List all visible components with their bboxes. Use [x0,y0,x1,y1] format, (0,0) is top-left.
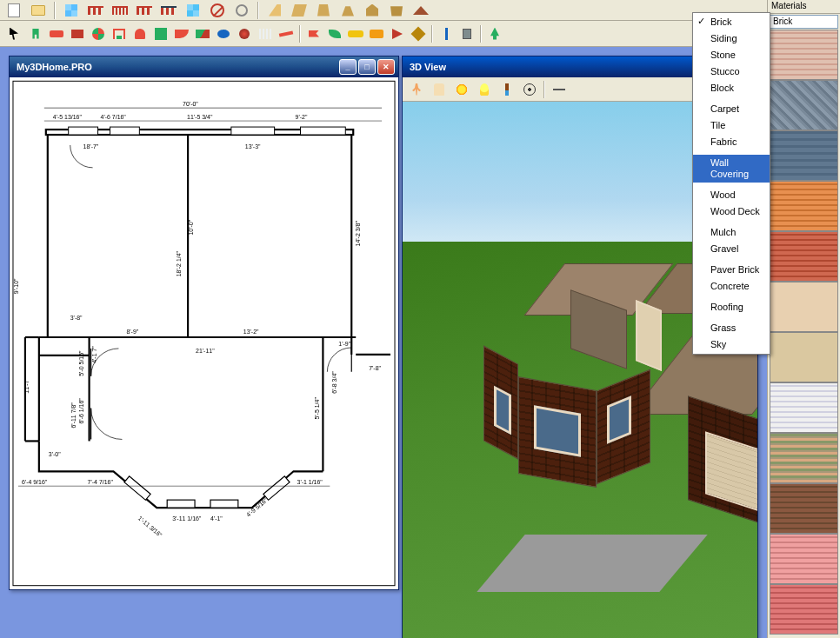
menu-item-label: Wood [710,189,736,200]
sun-tool-button[interactable] [451,80,472,99]
furniture-chair-1-button[interactable] [26,24,45,43]
roof-shape-6-button[interactable] [386,1,407,20]
hand-tool-button[interactable] [429,80,450,99]
furniture-umbrella-button[interactable] [89,24,108,43]
tractor-button[interactable] [367,24,386,43]
fence-tool-2-button[interactable] [110,1,130,20]
roof-shape-2-button[interactable] [289,1,310,20]
swatch-beige[interactable] [770,282,838,332]
menu-item-wall-covering[interactable]: Wall Covering [693,155,770,183]
menu-item-grass[interactable]: Grass [693,320,770,336]
svg-rect-26 [210,500,238,508]
roof-shape-1-button[interactable] [264,1,285,20]
menu-item-label: Wall Covering [710,157,749,179]
plan-2d-title: My3DHome.PRO [13,62,339,72]
menu-item-fabric[interactable]: Fabric [693,134,770,150]
swatch-tan[interactable] [770,332,838,382]
menu-item-stucco[interactable]: Stucco [693,63,770,80]
plan-2d-window: My3DHome.PRO _ □ ✕ 70'-0" 4'-5 13/16" 4'… [9,56,399,590]
furniture-seesaw-button[interactable] [277,24,296,43]
menu-item-stone[interactable]: Stone [693,47,770,63]
menu-item-block[interactable]: Block [693,80,770,96]
red-arrow-button[interactable] [388,24,407,43]
furniture-grill-button[interactable] [130,24,150,43]
fence-tool-4-button[interactable] [158,1,179,20]
blue-pole-button[interactable] [437,24,456,43]
new-file-button[interactable] [3,1,24,20]
furniture-pond-button[interactable] [214,24,233,43]
electric-box-button[interactable] [457,24,477,43]
floorplan-canvas[interactable]: 70'-0" 4'-5 13/16" 4'-6 7/16" 11'-5 3/4"… [10,77,398,589]
swatch-brick-dark[interactable] [770,483,838,534]
minimize-button[interactable]: _ [339,59,357,75]
svg-text:14'-2 3/8": 14'-2 3/8" [355,221,361,247]
cursor-tool-button[interactable] [3,24,24,43]
menu-item-gravel[interactable]: Gravel [693,241,770,257]
swatch-brick-red[interactable] [770,231,838,282]
swatch-brick-rose[interactable] [770,584,838,635]
furniture-bench-button[interactable] [47,24,66,43]
maximize-button[interactable]: □ [358,59,376,75]
furniture-green-tile-button[interactable] [151,24,170,43]
menu-item-carpet[interactable]: Carpet [693,101,770,117]
line-tool-button[interactable] [549,80,570,99]
roof-shape-4-button[interactable] [337,1,358,20]
menu-item-brick[interactable]: ✓Brick [693,14,770,30]
fence-tool-1-button[interactable] [85,1,106,20]
menu-item-label: Concrete [710,281,750,291]
swatch-brick-multi[interactable] [770,433,838,483]
menu-item-mulch[interactable]: Mulch [693,224,770,241]
light-tool-button[interactable] [474,80,495,99]
materials-header: Materials [768,0,840,14]
swatch-brick-white[interactable] [770,382,838,433]
svg-rect-22 [110,127,139,135]
menu-item-label: Block [710,83,734,93]
roof-shape-7-button[interactable] [410,1,431,20]
green-leaf-button[interactable] [325,24,344,43]
plan-2d-titlebar[interactable]: My3DHome.PRO _ □ ✕ [10,56,398,77]
target-tool-button[interactable] [519,80,540,99]
menu-item-wood[interactable]: Wood [693,187,770,203]
pool-tool-button[interactable] [183,1,203,20]
close-button[interactable]: ✕ [377,59,395,75]
swatch-stone-blue[interactable] [770,130,838,181]
svg-text:6'-8 3/4": 6'-8 3/4" [331,371,337,394]
tree-button[interactable] [485,24,504,43]
circle-tool-button[interactable] [231,1,252,20]
swatch-brick-light[interactable] [770,30,838,80]
open-file-button[interactable] [28,1,49,20]
diamond-button[interactable] [409,24,428,43]
menu-item-label: Stone [710,50,736,60]
menu-item-wood-deck[interactable]: Wood Deck [693,203,770,220]
menu-item-label: Roofing [710,302,743,312]
furniture-ball-button[interactable] [235,24,254,43]
menu-item-sky[interactable]: Sky [693,336,770,353]
roof-shape-5-button[interactable] [362,1,383,20]
furniture-slide-button[interactable] [193,24,212,43]
paint-tool-button[interactable] [497,80,517,99]
furniture-red-curve-button[interactable] [172,24,191,43]
svg-rect-0 [13,81,395,585]
svg-text:4'-6 7/16": 4'-6 7/16" [101,114,127,120]
menu-item-roofing[interactable]: Roofing [693,299,770,316]
walk-tool-button[interactable] [406,80,427,99]
menu-item-paver-brick[interactable]: Paver Brick [693,262,770,278]
furniture-swing-button[interactable] [110,24,129,43]
menu-item-tile[interactable]: Tile [693,117,770,134]
swatch-brick-pink[interactable] [770,534,838,584]
swatch-stone-grey[interactable] [770,80,838,130]
car-icon-button[interactable] [346,24,365,43]
swatch-brick-orange[interactable] [770,181,838,231]
fence-tool-3-button[interactable] [134,1,155,20]
grid-toggle-button[interactable] [61,1,82,20]
restrict-tool-button[interactable] [207,1,228,20]
furniture-table-button[interactable] [68,24,87,43]
svg-text:7'-8": 7'-8" [369,365,381,371]
furniture-fence-mini-button[interactable] [256,24,275,43]
menu-item-concrete[interactable]: Concrete [693,278,770,295]
roof-shape-3-button[interactable] [313,1,334,20]
menu-item-siding[interactable]: Siding [693,30,770,47]
red-flag-button[interactable] [304,24,323,43]
svg-text:5'-5 1/4": 5'-5 1/4" [314,397,320,420]
materials-category-selector[interactable]: Brick [770,15,838,29]
